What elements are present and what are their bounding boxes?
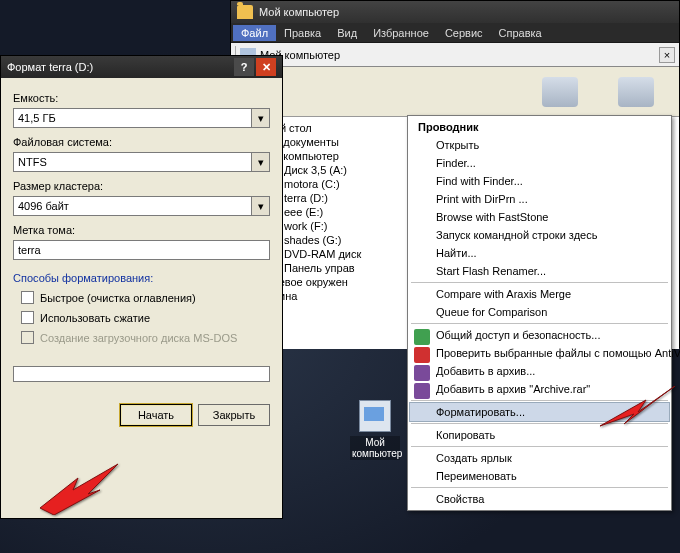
chevron-down-icon[interactable]: ▾ <box>252 196 270 216</box>
desktop-icon-mycomputer[interactable]: Мой компьютер <box>350 400 400 460</box>
context-item-label: Свойства <box>436 493 484 505</box>
context-item[interactable]: Start Flash Renamer... <box>410 262 669 280</box>
context-item[interactable]: Запуск командной строки здесь <box>410 226 669 244</box>
context-item-label: Finder... <box>436 157 476 169</box>
cluster-input[interactable] <box>13 196 252 216</box>
volume-input[interactable] <box>13 240 270 260</box>
fs-label: Файловая система: <box>13 136 270 148</box>
svg-marker-1 <box>600 386 675 426</box>
context-item-label: Общий доступ и безопасность... <box>436 329 600 341</box>
tree-item-label: shades (G:) <box>284 234 341 246</box>
fs-input[interactable] <box>13 152 252 172</box>
panel-close-button[interactable]: × <box>659 47 675 63</box>
menu-edit[interactable]: Правка <box>276 25 329 41</box>
context-item-label: Найти... <box>436 247 477 259</box>
menu-view[interactable]: Вид <box>329 25 365 41</box>
cluster-label: Размер кластера: <box>13 180 270 192</box>
printer-icon[interactable] <box>542 77 578 107</box>
context-item[interactable]: Print with DirPrn ... <box>410 190 669 208</box>
menu-separator <box>411 323 668 324</box>
chevron-down-icon[interactable]: ▾ <box>252 152 270 172</box>
close-button[interactable]: Закрыть <box>198 404 270 426</box>
context-item-label: Копировать <box>436 429 495 441</box>
context-item[interactable]: Переименовать <box>410 467 669 485</box>
rar-icon <box>414 383 430 399</box>
tree-item-label: DVD-RAM диск <box>284 248 361 260</box>
context-item[interactable]: Find with Finder... <box>410 172 669 190</box>
cluster-combo[interactable]: ▾ <box>13 196 270 216</box>
progress-bar <box>13 366 270 382</box>
tree-item-label: motora (C:) <box>284 178 340 190</box>
checkbox-quick[interactable]: Быстрое (очистка оглавления) <box>21 291 270 304</box>
explorer-title: Мой компьютер <box>259 6 339 18</box>
format-titlebar[interactable]: Формат terra (D:) ? ✕ <box>1 56 282 78</box>
context-item[interactable]: Finder... <box>410 154 669 172</box>
context-item-label: Запуск командной строки здесь <box>436 229 597 241</box>
annotation-arrow <box>40 460 120 517</box>
context-item-label: Start Flash Renamer... <box>436 265 546 277</box>
shield-icon <box>414 329 430 345</box>
checkbox-msdos: Создание загрузочного диска MS-DOS <box>21 331 270 344</box>
context-item[interactable]: Compare with Araxis Merge <box>410 285 669 303</box>
menu-help[interactable]: Справка <box>491 25 550 41</box>
context-item-label: Переименовать <box>436 470 517 482</box>
context-menu-header: Проводник <box>410 118 669 136</box>
menu-tools[interactable]: Сервис <box>437 25 491 41</box>
close-button[interactable]: ✕ <box>256 58 276 76</box>
context-item-label: Открыть <box>436 139 479 151</box>
context-item-label: Форматировать... <box>436 406 525 418</box>
computer-icon <box>359 400 391 432</box>
checkbox-icon <box>21 291 34 304</box>
menubar: Файл Правка Вид Избранное Сервис Справка <box>231 23 679 43</box>
context-item-label: Создать ярлык <box>436 452 512 464</box>
context-item[interactable]: Найти... <box>410 244 669 262</box>
context-item-label: Добавить в архив "Archive.rar" <box>436 383 590 395</box>
context-item-label: Compare with Araxis Merge <box>436 288 571 300</box>
desktop-icon-label: Мой компьютер <box>350 436 400 460</box>
context-item[interactable]: Создать ярлык <box>410 449 669 467</box>
menu-separator <box>411 282 668 283</box>
checkbox-icon <box>21 311 34 324</box>
context-item[interactable]: Browse with FastStone <box>410 208 669 226</box>
context-item-label: Print with DirPrn ... <box>436 193 528 205</box>
context-item[interactable]: Общий доступ и безопасность... <box>410 326 669 344</box>
context-item[interactable]: Открыть <box>410 136 669 154</box>
capacity-input[interactable] <box>13 108 252 128</box>
capacity-label: Емкость: <box>13 92 270 104</box>
context-menu: Проводник ОткрытьFinder...Find with Find… <box>407 115 672 511</box>
context-item-label: Проверить выбранные файлы с помощью Anti… <box>436 347 680 359</box>
menu-separator <box>411 487 668 488</box>
tree-item-label: Панель управ <box>284 262 355 274</box>
tree-item-label: Диск 3,5 (A:) <box>284 164 347 176</box>
format-dialog: Формат terra (D:) ? ✕ Емкость: ▾ Файлова… <box>0 55 283 519</box>
checkbox-compress[interactable]: Использовать сжатие <box>21 311 270 324</box>
capacity-combo[interactable]: ▾ <box>13 108 270 128</box>
tree-item-label: terra (D:) <box>284 192 328 204</box>
context-item[interactable]: Проверить выбранные файлы с помощью Anti… <box>410 344 669 362</box>
explorer-titlebar[interactable]: Мой компьютер <box>231 1 679 23</box>
menu-favorites[interactable]: Избранное <box>365 25 437 41</box>
volume-label: Метка тома: <box>13 224 270 236</box>
fs-combo[interactable]: ▾ <box>13 152 270 172</box>
start-button[interactable]: Начать <box>120 404 192 426</box>
address-bar: Мой компьютер × <box>231 43 679 67</box>
checkbox-icon <box>21 331 34 344</box>
context-item[interactable]: Свойства <box>410 490 669 508</box>
context-item-label: Добавить в архив... <box>436 365 535 377</box>
folder-icon <box>237 5 253 19</box>
menu-separator <box>411 446 668 447</box>
tree-item-label: eee (E:) <box>284 206 323 218</box>
format-title: Формат terra (D:) <box>7 61 232 73</box>
toolbar <box>231 67 679 117</box>
context-item[interactable]: Добавить в архив... <box>410 362 669 380</box>
device-icon[interactable] <box>618 77 654 107</box>
rar-icon <box>414 365 430 381</box>
chevron-down-icon[interactable]: ▾ <box>252 108 270 128</box>
context-item-label: Queue for Comparison <box>436 306 547 318</box>
menu-file[interactable]: Файл <box>233 25 276 41</box>
context-item[interactable]: Queue for Comparison <box>410 303 669 321</box>
context-item-label: Browse with FastStone <box>436 211 549 223</box>
tree-item-label: work (F:) <box>284 220 327 232</box>
svg-marker-0 <box>40 464 118 515</box>
help-button[interactable]: ? <box>234 58 254 76</box>
